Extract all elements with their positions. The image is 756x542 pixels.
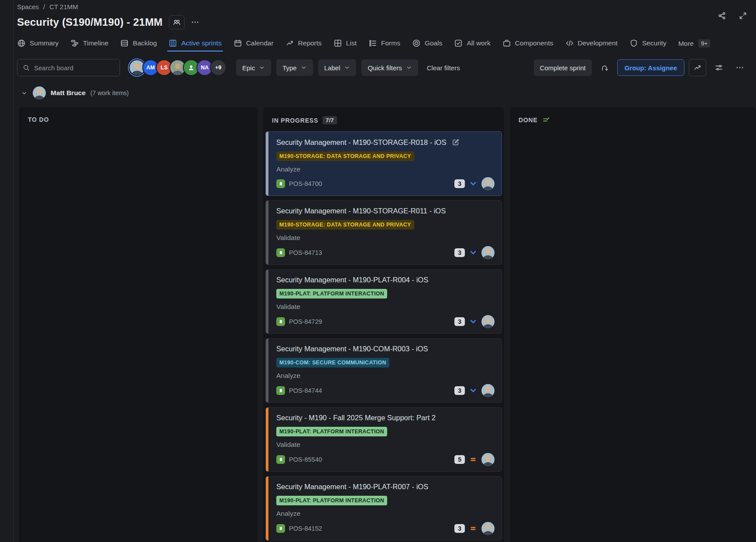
breadcrumb-project[interactable]: CT 21MM <box>49 3 78 10</box>
board-card[interactable]: Security Management - M190-STORAGE-R018 … <box>265 131 502 196</box>
complete-sprint-button[interactable]: Complete sprint <box>534 59 592 76</box>
forms-icon <box>368 39 377 48</box>
tab-development[interactable]: Development <box>565 39 618 51</box>
tab-backlog[interactable]: Backlog <box>120 39 157 51</box>
board: TO DO IN PROGRESS 7/7 Security Managemen… <box>14 100 756 542</box>
board-card[interactable]: Security Management - M190-COM-R003 - iO… <box>265 338 502 403</box>
card-accent-bar <box>266 339 268 402</box>
assignee-avatar[interactable] <box>481 315 495 328</box>
done-checklist-icon <box>542 116 550 124</box>
board-card[interactable]: Security Management - M190-PLAT-R004 - i… <box>265 269 502 334</box>
board-card[interactable]: Security Management - M190-STORAGE-R011 … <box>265 200 502 265</box>
insights-icon[interactable] <box>596 59 613 76</box>
estimate-badge: 3 <box>454 317 465 326</box>
card-status: Validate <box>276 234 495 242</box>
card-footer: POS-84744 3 <box>276 384 495 397</box>
card-status: Validate <box>276 303 495 311</box>
board-people-button[interactable] <box>169 15 185 29</box>
filter-quick-filters-dropdown[interactable]: Quick filters <box>361 59 418 76</box>
story-type-icon <box>276 248 285 257</box>
window-actions <box>718 11 747 20</box>
card-accent-bar <box>266 201 268 264</box>
search-placeholder: Search board <box>34 64 73 72</box>
more-tab-badge: 9+ <box>698 39 710 48</box>
assignee-avatar[interactable] <box>481 177 495 190</box>
issue-key: POS-84700 <box>289 180 322 187</box>
card-list: Security Management - M190-STORAGE-R018 … <box>263 131 504 542</box>
list-icon <box>333 39 342 48</box>
breadcrumb-spaces[interactable]: Spaces <box>17 3 39 10</box>
page-title: Security (S190/M190) - 21MM <box>17 16 163 28</box>
security-icon <box>629 39 638 48</box>
tab-all-work[interactable]: All work <box>454 39 490 51</box>
chevron-down-icon <box>344 65 350 71</box>
card-title: Security Management - M190-STORAGE-R011 … <box>276 207 446 215</box>
column-count-badge: 7/7 <box>323 116 337 124</box>
tab-reports[interactable]: Reports <box>285 39 322 51</box>
filter-bar: Search board AMLSNA+9 EpicTypeLabelQuick… <box>14 51 756 77</box>
search-icon <box>23 64 30 72</box>
card-status: Analyze <box>276 165 495 173</box>
group-assignee-name: Matt Bruce <box>51 89 86 97</box>
card-title: Security Management - M190-PLAT-R007 - i… <box>276 483 428 491</box>
avatar-overflow-count[interactable]: +9 <box>210 59 227 76</box>
column-title: TO DO <box>28 116 49 123</box>
breadcrumb: Spaces / CT 21MM <box>14 0 756 10</box>
chevron-down-icon <box>301 65 307 71</box>
tab-summary[interactable]: Summary <box>17 39 58 51</box>
title-row: Security (S190/M190) - 21MM <box>14 10 756 31</box>
assignee-avatar[interactable] <box>481 384 495 397</box>
card-footer: POS-84700 3 <box>276 177 495 190</box>
tab-more[interactable]: More 9+ <box>678 39 710 51</box>
priority-low-icon <box>469 179 478 188</box>
card-label-chip: M190-PLAT: PLATFORM INTERACTION <box>276 496 387 505</box>
card-label-chip: M190-STORAGE: DATA STORAGE AND PRIVACY <box>276 220 414 230</box>
share-icon[interactable] <box>718 11 726 20</box>
assignee-avatar-filter: AMLSNA+9 <box>129 59 227 76</box>
filter-epic-dropdown[interactable]: Epic <box>236 59 271 76</box>
chevron-down-icon <box>259 65 265 71</box>
card-status: Validate <box>276 441 495 449</box>
group-by-button[interactable]: Group: Assignee <box>617 59 684 76</box>
tab-goals[interactable]: Goals <box>412 39 443 51</box>
board-card[interactable]: Security Management - M190-PLAT-R007 - i… <box>265 476 502 541</box>
card-label-chip: M190-PLAT: PLATFORM INTERACTION <box>276 427 387 436</box>
estimate-badge: 5 <box>454 455 465 464</box>
issue-key: POS-84729 <box>289 318 322 325</box>
view-settings-icon[interactable] <box>711 59 727 76</box>
filter-label-dropdown[interactable]: Label <box>318 59 357 76</box>
chevron-down-icon[interactable] <box>21 89 28 97</box>
board-more-options-icon[interactable] <box>732 59 748 76</box>
estimate-badge: 3 <box>454 524 465 533</box>
card-accent-bar <box>266 408 268 471</box>
fullscreen-icon[interactable] <box>739 11 747 20</box>
estimate-badge: 3 <box>454 386 465 395</box>
assignee-avatar[interactable] <box>481 453 495 466</box>
tab-calendar[interactable]: Calendar <box>234 39 274 51</box>
tab-active-sprints[interactable]: Active sprints <box>168 39 221 51</box>
board-card[interactable]: Security - M190 - Fall 2025 Merge Suppor… <box>265 407 502 472</box>
tab-components[interactable]: Components <box>502 39 553 51</box>
priority-low-icon <box>469 317 478 326</box>
filter-type-dropdown[interactable]: Type <box>276 59 313 76</box>
card-title: Security Management - M190-COM-R003 - iO… <box>276 345 428 353</box>
card-footer: POS-85540 5 <box>276 453 495 466</box>
title-more-options-icon[interactable] <box>191 18 199 27</box>
card-title: Security Management - M190-STORAGE-R018 … <box>276 138 446 147</box>
search-input[interactable]: Search board <box>17 59 120 76</box>
assignee-avatar[interactable] <box>481 246 495 259</box>
clear-filters-button[interactable]: Clear filters <box>427 64 460 72</box>
assignee-avatar[interactable] <box>481 522 495 535</box>
column-title: DONE <box>519 117 538 123</box>
chart-icon[interactable] <box>689 59 706 76</box>
edit-icon[interactable] <box>451 138 460 147</box>
card-title: Security Management - M190-PLAT-R004 - i… <box>276 276 428 284</box>
tab-forms[interactable]: Forms <box>368 39 400 51</box>
column-header-in-progress: IN PROGRESS 7/7 <box>263 107 504 131</box>
assignee-group-header[interactable]: Matt Bruce (7 work items) <box>14 77 756 100</box>
column-header-done: DONE <box>510 107 756 131</box>
board-icon <box>168 39 177 48</box>
tab-timeline[interactable]: Timeline <box>70 39 108 51</box>
tab-security[interactable]: Security <box>629 39 667 51</box>
tab-list[interactable]: List <box>333 39 357 51</box>
